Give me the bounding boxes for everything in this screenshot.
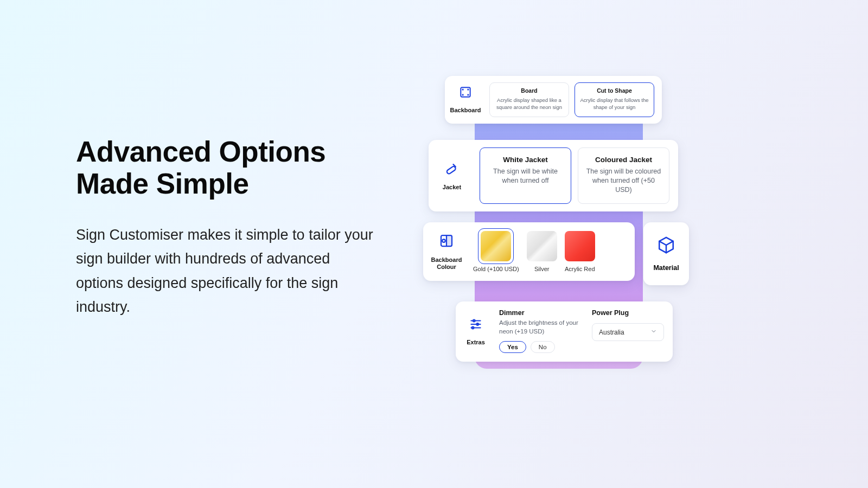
card-backboard-label-text: Backboard xyxy=(450,107,481,114)
svg-rect-0 xyxy=(461,88,470,97)
option-backboard-cut-to-shape[interactable]: Cut to Shape Acrylic display that follow… xyxy=(575,82,654,117)
dimmer-no-button[interactable]: No xyxy=(531,341,555,353)
swatch-silver-chip xyxy=(527,231,557,261)
options-stage: Backboard Board Acrylic display shaped l… xyxy=(423,76,694,380)
card-material[interactable]: Material xyxy=(643,222,689,285)
svg-point-1 xyxy=(462,89,463,90)
card-backboard-colour-label-text: Backboard Colour xyxy=(426,256,467,271)
card-extras-label-text: Extras xyxy=(467,339,485,346)
swatch-acred[interactable]: Acrylic Red xyxy=(565,231,595,272)
backboard-icon xyxy=(458,85,473,101)
option-jacket-coloured[interactable]: Coloured Jacket The sign will be coloure… xyxy=(578,147,669,204)
card-backboard: Backboard Board Acrylic display shaped l… xyxy=(445,76,662,124)
swatch-gold-chip xyxy=(481,231,511,261)
swatch-acred-chip xyxy=(565,231,595,261)
hero-title: Advanced Options Made Simple xyxy=(76,136,380,200)
dimmer-yes-button[interactable]: Yes xyxy=(499,341,526,353)
jacket-icon xyxy=(444,160,460,178)
dimmer-desc: Adjust the brightness of your neon (+19 … xyxy=(499,319,582,336)
option-jacket-white[interactable]: White Jacket The sign will be white when… xyxy=(480,147,571,204)
card-jacket-label-text: Jacket xyxy=(443,184,461,191)
svg-point-8 xyxy=(442,239,445,242)
hero-body: Sign Customiser makes it simple to tailo… xyxy=(76,223,380,319)
card-backboard-colour: Backboard Colour Gold (+100 USD) Silver … xyxy=(423,222,635,281)
svg-rect-5 xyxy=(446,166,456,175)
material-icon xyxy=(657,236,675,256)
svg-point-4 xyxy=(468,94,468,95)
backboard-colour-icon xyxy=(438,233,455,251)
swatch-gold[interactable]: Gold (+100 USD) xyxy=(473,231,519,272)
power-plug-value: Australia xyxy=(599,329,624,336)
swatch-silver[interactable]: Silver xyxy=(527,231,557,272)
card-backboard-label: Backboard xyxy=(445,76,486,124)
power-plug-group: Power Plug Australia xyxy=(592,309,664,353)
dimmer-title: Dimmer xyxy=(499,309,582,317)
card-extras-label: Extras xyxy=(456,301,496,362)
chevron-down-icon xyxy=(650,328,657,336)
card-jacket-label: Jacket xyxy=(429,140,475,211)
svg-point-2 xyxy=(468,89,468,90)
option-backboard-board[interactable]: Board Acrylic display shaped like a squa… xyxy=(489,82,569,117)
dimmer-group: Dimmer Adjust the brightness of your neo… xyxy=(499,309,582,353)
power-plug-select[interactable]: Australia xyxy=(592,323,664,341)
card-material-label-text: Material xyxy=(653,264,679,272)
sliders-icon xyxy=(469,317,483,333)
hero-copy: Advanced Options Made Simple Sign Custom… xyxy=(76,136,380,319)
card-extras: Extras Dimmer Adjust the brightness of y… xyxy=(456,301,673,362)
card-jacket: Jacket White Jacket The sign will be whi… xyxy=(429,140,678,211)
card-backboard-colour-label: Backboard Colour xyxy=(423,222,470,281)
power-plug-title: Power Plug xyxy=(592,309,664,317)
svg-point-3 xyxy=(462,94,463,95)
